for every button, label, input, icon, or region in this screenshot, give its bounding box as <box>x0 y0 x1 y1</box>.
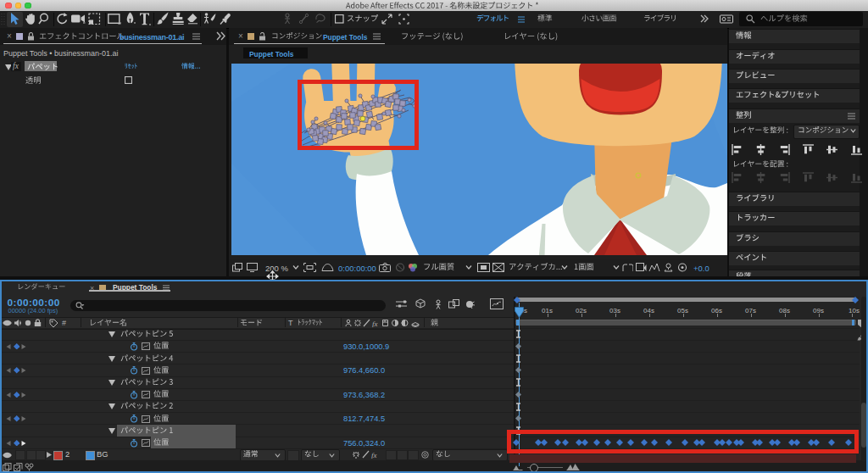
svg-text:fx: fx <box>371 451 377 459</box>
svg-text:fx: fx <box>372 320 378 328</box>
